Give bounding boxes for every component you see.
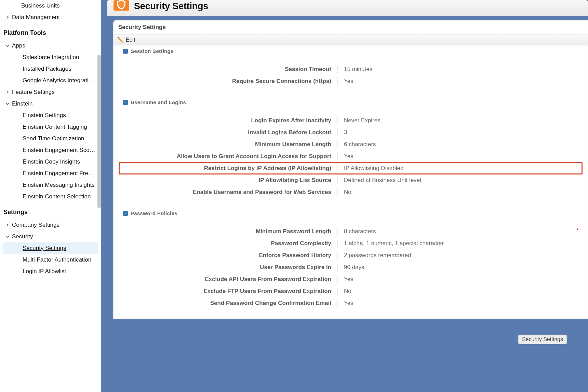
chevron-right-icon	[3, 90, 12, 94]
nav-item[interactable]: Einstein Settings	[3, 110, 98, 121]
required-indicator-icon: •	[576, 226, 578, 232]
settings-row: Invalid Logins Before Lockout3	[119, 126, 582, 138]
settings-label: Exclude API Users From Password Expirati…	[119, 276, 338, 283]
nav-label: Company Settings	[12, 222, 59, 228]
settings-row: User Passwords Expire In90 days	[119, 261, 582, 273]
nav-label: Einstein	[12, 100, 32, 107]
card-title: Security Settings	[113, 20, 588, 34]
sidebar-scrollbar[interactable]	[97, 55, 101, 208]
section-username-logins[interactable]: − Username and Logins	[119, 97, 582, 108]
edit-button[interactable]: ✏️ Edit	[113, 34, 588, 45]
settings-label: Restrict Logins by IP Address (IP Allowl…	[119, 165, 338, 172]
nav-label: Salesforce Integration	[23, 54, 79, 61]
collapse-icon: −	[123, 100, 128, 105]
page-header: Setup Security Settings	[107, 0, 588, 16]
settings-label: Allow Users to Grant Account Login Acces…	[119, 153, 338, 160]
nav-label: Send Time Optimization	[23, 135, 84, 142]
nav-item[interactable]: Salesforce Integration	[3, 52, 98, 63]
nav-header-settings: Settings	[3, 202, 98, 219]
nav-label: Einstein Engagement Scor…	[23, 147, 97, 154]
nav-item[interactable]: Einstein Messaging Insights	[3, 179, 98, 191]
nav-item[interactable]: Apps	[3, 40, 98, 52]
nav-item[interactable]: Data Management	[3, 12, 98, 23]
nav-item[interactable]: Security	[3, 231, 98, 242]
nav-label: Feature Settings	[12, 89, 55, 96]
nav-item[interactable]: Send Time Optimization	[3, 133, 98, 144]
shield-icon	[113, 0, 129, 11]
settings-row: Login Expires After InactivityNever Expi…	[119, 114, 582, 126]
nav-label: Business Units	[21, 2, 59, 9]
nav-item[interactable]: Einstein Engagement Freq…	[3, 168, 98, 179]
nav-item[interactable]: Google Analytics Integrati…	[3, 75, 98, 86]
nav-item[interactable]: Business Units	[3, 0, 98, 12]
settings-row: Restrict Logins by IP Address (IP Allowl…	[119, 162, 582, 174]
pencil-icon: ✏️	[117, 37, 124, 43]
nav-label: Login IP Allowlist	[23, 268, 66, 275]
settings-value: 6 characters	[338, 141, 376, 148]
settings-row: Allow Users to Grant Account Login Acces…	[119, 150, 582, 162]
security-settings-card: Security Settings ✏️ Edit − Session Sett…	[113, 20, 588, 319]
settings-value: No	[338, 288, 351, 295]
nav-label: Einstein Settings	[23, 112, 66, 119]
settings-row: Send Password Change Confirmation EmailY…	[119, 297, 582, 309]
section-title: Username and Logins	[131, 99, 186, 105]
settings-row: Exclude API Users From Password Expirati…	[119, 273, 582, 285]
settings-value: Never Expires	[338, 117, 380, 124]
nav-label: Data Management	[12, 14, 60, 21]
nav-label: Security Settings	[23, 245, 66, 252]
settings-row: Password Complexity1 alpha, 1 numeric, 1…	[119, 237, 582, 249]
nav-item[interactable]: Company Settings	[3, 219, 98, 231]
settings-value: Yes	[338, 276, 353, 283]
nav-item[interactable]: Einstein Copy Insights	[3, 156, 98, 168]
sidebar-nav: Business UnitsData Management Platform T…	[0, 0, 101, 392]
settings-value: Yes	[338, 78, 353, 85]
nav-label: Einstein Engagement Freq…	[23, 170, 97, 177]
section-session-settings[interactable]: − Session Settings	[119, 45, 582, 57]
nav-item[interactable]: Feature Settings	[3, 86, 98, 98]
settings-row: Require Secure Connections (https)Yes	[119, 75, 582, 87]
settings-row: Exclude FTP Users From Password Expirati…	[119, 285, 582, 297]
settings-row: Enforce Password History2 passwords reme…	[119, 249, 582, 261]
chevron-right-icon	[3, 16, 12, 19]
section-password-policies[interactable]: − Password Policies	[119, 208, 582, 219]
settings-row: IP Allowlisting List SourceDefined at Bu…	[119, 174, 582, 186]
settings-value: Yes	[338, 153, 353, 160]
nav-item[interactable]: Einstein Content Selection	[3, 191, 98, 202]
nav-label: Einstein Content Tagging	[23, 124, 87, 130]
settings-label: Minimum Username Length	[119, 141, 338, 148]
nav-label: Einstein Copy Insights	[23, 158, 80, 165]
nav-label: Multi-Factor Authentication	[23, 256, 91, 263]
nav-label: Einstein Messaging Insights	[23, 182, 95, 188]
settings-label: Invalid Logins Before Lockout	[119, 129, 338, 136]
chevron-right-icon	[3, 223, 12, 227]
nav-item[interactable]: Installed Packages	[3, 63, 98, 75]
nav-label: Installed Packages	[23, 66, 71, 72]
settings-value: No	[338, 189, 351, 196]
nav-item[interactable]: Einstein	[3, 98, 98, 110]
settings-row: Minimum Username Length6 characters	[119, 138, 582, 150]
settings-row: Session Timeout15 minutes	[119, 63, 582, 75]
collapse-icon: −	[123, 211, 128, 216]
nav-item[interactable]: Multi-Factor Authentication	[3, 254, 98, 266]
nav-label: Einstein Content Selection	[23, 193, 91, 200]
chevron-down-icon	[3, 44, 12, 47]
nav-item[interactable]: Einstein Content Tagging	[3, 121, 98, 133]
settings-label: IP Allowlisting List Source	[119, 177, 338, 184]
settings-row: Minimum Password Length8 characters	[119, 225, 582, 237]
nav-item[interactable]: Login IP Allowlist	[3, 266, 98, 277]
settings-value: 1 alpha, 1 numeric, 1 special character	[338, 240, 444, 247]
page-title: Security Settings	[134, 1, 208, 12]
nav-label: Google Analytics Integrati…	[23, 77, 94, 84]
settings-value: Defined at Business Unit level	[338, 177, 421, 184]
nav-item[interactable]: Einstein Engagement Scor…	[3, 144, 98, 156]
collapse-icon: −	[123, 49, 128, 54]
divider-pattern	[107, 16, 588, 20]
nav-item[interactable]: Security Settings	[3, 242, 98, 254]
chevron-down-icon	[3, 235, 12, 238]
edit-label: Edit	[126, 37, 135, 43]
settings-value: IP Allowlisting Disabled	[338, 165, 404, 172]
settings-value: 2 passwords remembered	[338, 252, 411, 259]
settings-value: 8 characters	[338, 228, 376, 235]
section-title: Password Policies	[131, 210, 177, 216]
settings-label: Enforce Password History	[119, 252, 338, 259]
